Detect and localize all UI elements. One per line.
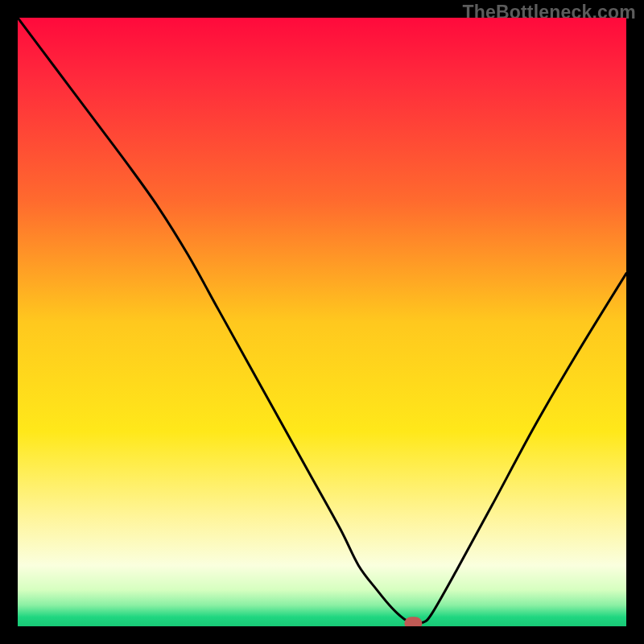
gradient-background (18, 18, 626, 626)
plot-area (18, 18, 626, 626)
chart-container: TheBottleneck.com (0, 0, 644, 644)
chart-canvas (18, 18, 626, 626)
